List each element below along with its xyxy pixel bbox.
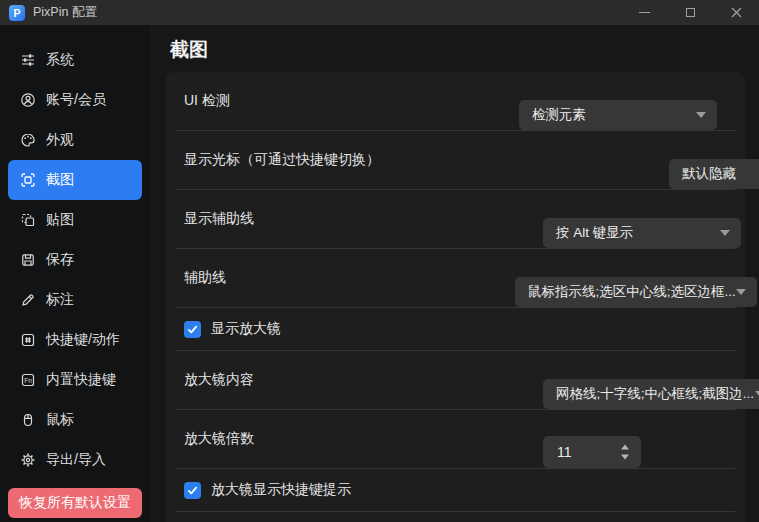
chevron-down-icon — [736, 289, 746, 295]
settings-card: UI 检测 检测元素 显示光标（可通过快捷键切换） 默认隐藏 — [166, 72, 745, 522]
guide-lines-select[interactable]: 鼠标指示线;选区中心线;选区边框... — [515, 277, 757, 307]
sidebar-item-hotkeys[interactable]: 快捷键/动作 — [8, 320, 142, 360]
chevron-down-icon — [696, 112, 706, 118]
sidebar-item-save[interactable]: 保存 — [8, 240, 142, 280]
settings-row-magnifier-content: 放大镜内容 网格线;十字线;中心框线;截图边... — [176, 351, 735, 410]
settings-row-guide-lines: 辅助线 鼠标指示线;选区中心线;选区边框... — [176, 249, 735, 308]
sidebar-item-paste[interactable]: 贴图 — [8, 200, 142, 240]
settings-row-magnifier-zoom: 放大镜倍数 11 — [176, 410, 735, 469]
setting-label: 显示光标（可通过快捷键切换） — [184, 151, 380, 169]
settings-row-show-magnifier: 显示放大镜 — [176, 308, 735, 351]
pencil-icon — [20, 292, 36, 308]
sidebar-item-appearance[interactable]: 外观 — [8, 120, 142, 160]
settings-row-ui-detect: UI 检测 检测元素 — [176, 72, 735, 131]
settings-row-cursor-display: 显示光标（可通过快捷键切换） 默认隐藏 — [176, 131, 735, 190]
hash-icon — [20, 332, 36, 348]
fn-icon: Fn — [20, 372, 36, 388]
setting-label: 放大镜倍数 — [184, 430, 254, 448]
sidebar-item-mouse[interactable]: 鼠标 — [8, 400, 142, 440]
spinner-down-button[interactable] — [621, 455, 629, 460]
sidebar-item-label: 贴图 — [46, 211, 74, 229]
user-icon — [20, 92, 36, 108]
setting-label: 辅助线 — [184, 269, 226, 287]
select-value: 检测元素 — [532, 106, 586, 124]
magnifier-content-select[interactable]: 网格线;十字线;中心框线;截图边... — [543, 379, 759, 409]
magnifier-hotkey-tip-checkbox[interactable] — [184, 482, 201, 499]
sidebar-item-annotate[interactable]: 标注 — [8, 280, 142, 320]
settings-row-guide-display: 显示辅助线 按 Alt 键显示 — [176, 190, 735, 249]
save-icon — [20, 252, 36, 268]
sidebar-item-export-import[interactable]: 导出/导入 — [8, 440, 142, 480]
setting-label: 显示辅助线 — [184, 210, 254, 228]
sidebar-item-label: 标注 — [46, 291, 74, 309]
check-icon — [186, 323, 199, 336]
app-logo: P — [9, 5, 25, 21]
setting-label: 显示放大镜 — [211, 320, 281, 338]
page-title: 截图 — [170, 37, 759, 63]
magnifier-zoom-spinner[interactable]: 11 — [543, 436, 641, 468]
sidebar-item-label: 外观 — [46, 131, 74, 149]
select-value: 默认隐藏 — [682, 165, 736, 183]
setting-label: 放大镜显示快捷键提示 — [211, 481, 351, 499]
sidebar-item-account[interactable]: 账号/会员 — [8, 80, 142, 120]
close-icon — [731, 7, 742, 18]
screenshot-icon — [20, 172, 36, 188]
sidebar-item-label: 快捷键/动作 — [46, 331, 120, 349]
sidebar-item-system[interactable]: 系统 — [8, 40, 142, 80]
minimize-icon — [639, 12, 650, 14]
main-content: 截图 UI 检测 检测元素 显示光标（可通过快捷键切换） 默认隐藏 — [150, 25, 759, 522]
sidebar-item-label: 保存 — [46, 251, 74, 269]
sidebar-item-label: 系统 — [46, 51, 74, 69]
select-value: 网格线;十字线;中心框线;截图边... — [556, 385, 754, 403]
gear-icon — [20, 452, 36, 468]
sidebar-item-label: 账号/会员 — [46, 91, 106, 109]
sidebar-item-builtin-hotkeys[interactable]: Fn 内置快捷键 — [8, 360, 142, 400]
titlebar: P PixPin 配置 — [0, 0, 759, 25]
guide-display-select[interactable]: 按 Alt 键显示 — [543, 218, 741, 248]
svg-text:Fn: Fn — [24, 377, 32, 384]
spinner-up-button[interactable] — [621, 445, 629, 450]
pin-image-icon — [20, 212, 36, 228]
cursor-display-select[interactable]: 默认隐藏 — [669, 159, 759, 189]
settings-row-magnifier-hotkey-tip: 放大镜显示快捷键提示 — [176, 469, 735, 512]
check-icon — [186, 484, 199, 497]
pixpin-settings-window: P PixPin 配置 系统 — [0, 0, 759, 522]
minimize-button[interactable] — [621, 0, 667, 25]
sidebar-item-label: 鼠标 — [46, 411, 74, 429]
close-button[interactable] — [713, 0, 759, 25]
setting-label: UI 检测 — [184, 92, 230, 110]
sidebar-item-screenshot[interactable]: 截图 — [8, 160, 142, 200]
setting-label: 放大镜内容 — [184, 371, 254, 389]
window-controls — [621, 0, 759, 25]
sliders-icon — [20, 52, 36, 68]
sidebar: 系统 账号/会员 — [0, 25, 150, 522]
restore-defaults-button[interactable]: 恢复所有默认设置 — [8, 488, 142, 518]
spinner-value: 11 — [557, 444, 572, 460]
sidebar-item-label: 导出/导入 — [46, 451, 106, 469]
select-value: 鼠标指示线;选区中心线;选区边框... — [528, 283, 736, 301]
show-magnifier-checkbox[interactable] — [184, 321, 201, 338]
chevron-down-icon — [720, 230, 730, 236]
select-value: 按 Alt 键显示 — [556, 224, 633, 242]
maximize-icon — [686, 8, 695, 17]
palette-icon — [20, 132, 36, 148]
chevron-down-icon — [755, 391, 759, 397]
maximize-button[interactable] — [667, 0, 713, 25]
sidebar-item-label: 内置快捷键 — [46, 371, 116, 389]
spinner-arrows — [621, 445, 629, 460]
mouse-icon — [20, 412, 36, 428]
window-title: PixPin 配置 — [33, 4, 97, 21]
ui-detect-select[interactable]: 检测元素 — [519, 100, 717, 130]
sidebar-item-label: 截图 — [46, 171, 74, 189]
